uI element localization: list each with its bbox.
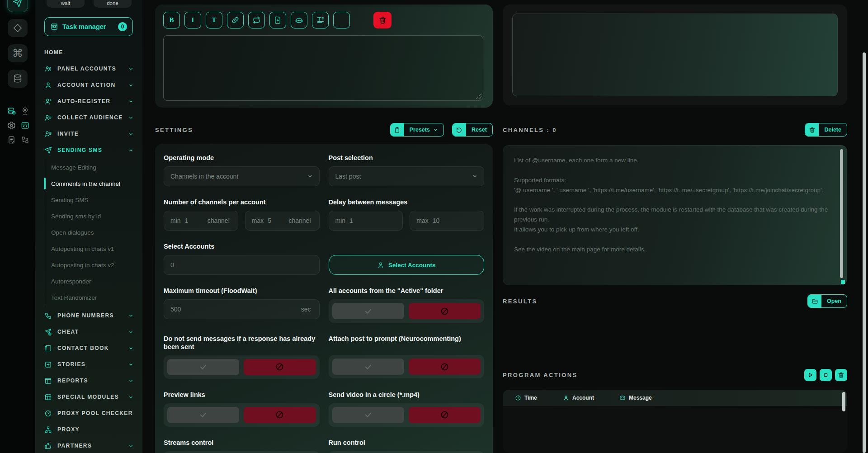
toggle-accept-button[interactable] [332, 407, 404, 423]
select-accounts-button[interactable]: Select Accounts [329, 255, 485, 275]
rail-send-button[interactable] [8, 0, 28, 12]
open-results-button[interactable]: Open [807, 294, 847, 308]
stop-icon [822, 372, 829, 378]
submenu-item-autoposting-in-chats-v1[interactable]: Autoposting in chats v1 [45, 241, 142, 257]
sidebar-item-special-modules[interactable]: SPECIAL MODULES [35, 389, 142, 405]
submenu-item-autoresponder[interactable]: Autoresponder [45, 273, 142, 289]
text-format-button[interactable]: T [206, 12, 222, 28]
submenu-item-text-randomizer[interactable]: Text Randomizer [45, 289, 142, 306]
submenu-item-sending-sms[interactable]: Sending SMS [45, 192, 142, 208]
toggle-forbid-button[interactable] [244, 359, 316, 375]
stop-button[interactable] [820, 369, 832, 381]
rail-swap-windows-button[interactable] [21, 136, 29, 144]
clear-log-button[interactable] [835, 369, 847, 381]
channels-max-input[interactable]: max 5 channel [245, 211, 320, 231]
sidebar-item-stories[interactable]: STORIES [35, 356, 142, 373]
toggle-forbid-button[interactable] [409, 359, 481, 375]
toggle-accept-button[interactable] [167, 407, 239, 423]
rail-command-button[interactable]: ⌘ [8, 44, 28, 62]
toggle-accept-button[interactable] [332, 359, 404, 375]
submenu-item-open-dialogues[interactable]: Open dialogues [45, 224, 142, 241]
sidebar-item-phone-numbers[interactable]: PHONE NUMBERS [35, 307, 142, 324]
submenu-item-comments-in-the-channel[interactable]: Comments in the channel [45, 175, 142, 192]
toggle-accept-button[interactable] [332, 303, 404, 319]
sidebar-item-invite[interactable]: INVITE [35, 126, 142, 142]
toggle-forbid-button[interactable] [244, 407, 316, 423]
sidebar-item-auto-register[interactable]: AUTO-REGISTER [35, 93, 142, 109]
italic-button[interactable]: I [184, 12, 201, 28]
repost-button[interactable] [248, 12, 265, 28]
message-input[interactable] [163, 35, 483, 101]
sidebar-item-contact-book[interactable]: CONTACT BOOK [35, 340, 142, 356]
results-header: RESULTS Open [503, 293, 847, 309]
rail-gear-button[interactable] [7, 121, 16, 130]
page-scrollbar[interactable] [863, 52, 866, 453]
tab-done[interactable]: done [94, 0, 132, 8]
account-insert-button[interactable] [333, 12, 350, 28]
text-template-button[interactable] [312, 12, 329, 28]
rail-code-window-button[interactable] [21, 121, 29, 130]
repost-icon [252, 16, 261, 24]
channels-min-input[interactable]: min 1 channel [164, 211, 238, 231]
channels-list-input[interactable] [503, 145, 847, 285]
operating-mode-select[interactable]: Channels in the account [164, 166, 320, 186]
sidebar-item-account-action[interactable]: ACCOUNT ACTION [35, 77, 142, 93]
prompt-input[interactable] [512, 14, 838, 96]
table-scrollbar[interactable] [842, 392, 845, 411]
textarea-resize-handle[interactable] [476, 93, 482, 99]
rail-database-button[interactable] [8, 70, 28, 88]
field-select-accounts: Select Accounts 0 [164, 243, 320, 275]
toggle-active-folder [329, 299, 485, 323]
rail-server-check-button[interactable] [7, 107, 16, 115]
delay-min-input[interactable]: min 1 [329, 211, 403, 231]
presets-button[interactable]: Presets [390, 123, 444, 137]
start-button[interactable] [804, 369, 816, 381]
toggle-accept-button[interactable] [167, 359, 239, 375]
delay-max-input[interactable]: max 10 [410, 211, 484, 231]
sidebar-item-sending-sms[interactable]: SENDING SMS [35, 142, 142, 158]
channels-scrollbar[interactable] [840, 149, 843, 278]
rail-webcam-button[interactable] [21, 107, 29, 115]
sidebar-item-proxy[interactable]: PROXY [35, 421, 142, 438]
accounts-count-input[interactable]: 0 [164, 255, 320, 275]
check-icon [199, 363, 208, 371]
submenu-item-autoposting-in-chats-v2[interactable]: Autoposting in chats v2 [45, 257, 142, 273]
delete-channels-button[interactable]: Delete [805, 123, 847, 137]
delete-message-button[interactable] [373, 12, 392, 28]
field-toggle-streams-control: Streams control [164, 439, 320, 453]
database-icon [13, 74, 23, 84]
trash-icon [805, 123, 819, 136]
toggle-forbid-button[interactable] [409, 303, 481, 319]
toggle-forbid-button[interactable] [409, 407, 481, 423]
sidebar-item-partners[interactable]: PARTNERS [35, 438, 142, 453]
toggle-attach-post [329, 355, 485, 378]
sidebar-item-home[interactable]: HOME [35, 44, 142, 61]
task-manager-button[interactable]: Task manager 0 [44, 17, 133, 36]
rail-note-button[interactable] [7, 136, 16, 144]
toggle-no-resend [164, 355, 320, 379]
post-selection-select[interactable]: Last post [329, 166, 485, 186]
sidebar-item-label: ACCOUNT ACTION [57, 82, 115, 88]
channels-resize-handle[interactable] [841, 280, 845, 284]
rail-diamond-button[interactable] [8, 19, 28, 37]
table-column-message: Message [619, 395, 652, 401]
user-list-icon [44, 114, 52, 122]
bold-button[interactable]: B [163, 12, 180, 28]
program-actions-table: TimeAccountMessage [503, 390, 847, 453]
bot-button[interactable] [291, 12, 307, 28]
file-attach-button[interactable] [269, 12, 286, 28]
submenu-item-message-editing[interactable]: Message Editing [45, 159, 142, 175]
sidebar-item-reports[interactable]: REPORTS [35, 373, 142, 389]
tab-wait[interactable]: wait [47, 0, 85, 8]
field-channels-per-account: Number of channels per account min 1 cha… [164, 198, 320, 231]
program-actions-heading: PROGRAM ACTIONS [503, 372, 578, 378]
link-button[interactable] [227, 12, 244, 28]
sidebar-item-collect-audience[interactable]: COLLECT AUDIENCE [35, 109, 142, 126]
field-toggle-attach-post: Attach post to prompt (Neurocommenting) [329, 335, 485, 378]
timeout-input[interactable]: 500 sec [164, 299, 320, 319]
sidebar-item-proxy-pool-checker[interactable]: PROXY POOL CHECKER [35, 405, 142, 421]
reset-button[interactable]: Reset [452, 123, 493, 137]
submenu-item-sending-sms-by-id[interactable]: Sending sms by id [45, 208, 142, 224]
sidebar-item-panel-accounts[interactable]: PANEL ACCOUNTS [35, 61, 142, 77]
sidebar-item-cheat[interactable]: CHEAT [35, 324, 142, 340]
